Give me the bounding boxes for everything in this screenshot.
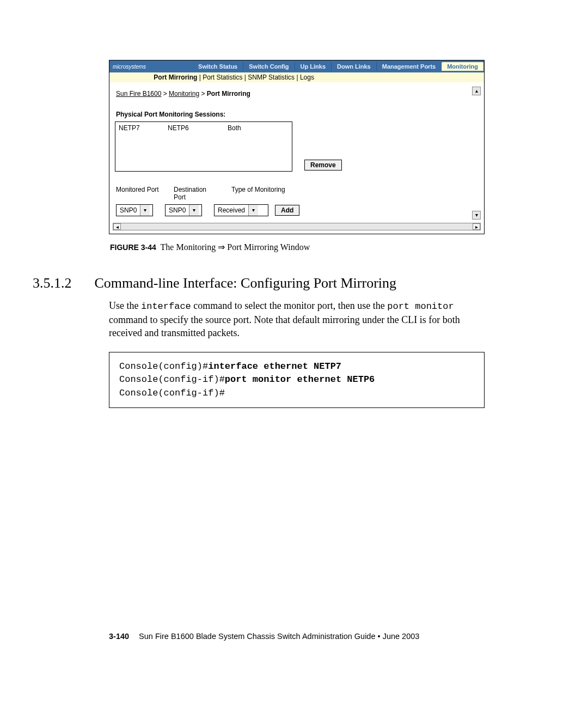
monitored-port-value: SNP0 <box>117 205 140 215</box>
cli-line2-cmd: port monitor ethernet NETP6 <box>225 374 375 385</box>
section-title: Command-line Interface: Configuring Port… <box>95 275 397 291</box>
monitored-port-select[interactable]: SNP0 ▾ <box>116 204 153 216</box>
para-frag: Use the <box>109 300 141 311</box>
tab-switch-config[interactable]: Switch Config <box>243 62 295 71</box>
tab-monitoring[interactable]: Monitoring <box>442 62 484 71</box>
primary-tabs: Switch Status Switch Config Up Links Dow… <box>193 62 484 71</box>
caption-text-b: Port Mirroring Window <box>225 242 310 252</box>
horizontal-scrollbar[interactable]: ◂ ▸ <box>113 223 481 230</box>
type-of-monitoring-value: Received <box>215 205 248 215</box>
figure-number: FIGURE 3-44 <box>110 243 156 252</box>
chevron-down-icon[interactable]: ▾ <box>140 205 150 216</box>
cli-line1-cmd: interface ethernet NETP7 <box>208 361 341 372</box>
page-number: 3-140 <box>109 632 129 641</box>
tab-switch-status[interactable]: Switch Status <box>193 62 243 71</box>
add-button[interactable]: Add <box>275 205 299 216</box>
subtab-active[interactable]: Port Mirroring <box>154 74 197 81</box>
sessions-listbox[interactable]: NETP7 NETP6 Both <box>115 121 292 172</box>
remove-button[interactable]: Remove <box>304 160 342 171</box>
session-col-destination: NETP6 <box>168 124 228 132</box>
top-banner: microsystems Switch Status Switch Config… <box>109 60 484 72</box>
scroll-left-icon[interactable]: ◂ <box>113 223 121 230</box>
scroll-down-icon[interactable]: ▾ <box>472 211 481 220</box>
para-frag: command to specify the source port. Note… <box>109 314 460 338</box>
port-mirroring-window: microsystems Switch Status Switch Config… <box>109 60 485 234</box>
cli-line1-prompt: Console(config)# <box>119 361 208 372</box>
sun-logo-text: microsystems <box>109 64 149 70</box>
caption-text-a: The Monitoring <box>161 242 218 252</box>
crumb-leaf: Port Mirroring <box>207 90 250 98</box>
cli-line3-prompt: Console(config-if)# <box>119 388 225 398</box>
page-footer: 3-140 Sun Fire B1600 Blade System Chassi… <box>109 632 419 641</box>
tab-down-links[interactable]: Down Links <box>332 62 377 71</box>
label-monitored-port: Monitored Port <box>116 186 162 201</box>
section-number: 3.5.1.2 <box>33 275 72 291</box>
sessions-heading: Physical Port Monitoring Sessions: <box>116 111 480 118</box>
subtab-logs[interactable]: Logs <box>300 74 314 81</box>
footer-text: Sun Fire B1600 Blade System Chassis Swit… <box>139 632 419 641</box>
destination-port-value: SNP0 <box>166 205 189 215</box>
session-row[interactable]: NETP7 NETP6 Both <box>119 124 289 132</box>
destination-port-select[interactable]: SNP0 ▾ <box>165 204 202 216</box>
cli-example: Console(config)#interface ethernet NETP7… <box>109 352 485 409</box>
session-col-monitored: NETP7 <box>119 124 168 132</box>
subtab-port-statistics[interactable]: Port Statistics <box>203 74 242 81</box>
tab-management-ports[interactable]: Management Ports <box>377 62 442 71</box>
session-col-type: Both <box>228 124 289 132</box>
para-frag: command to select the monitor port, then… <box>191 300 387 311</box>
content-area: ▴ Sun Fire B1600 > Monitoring > Port Mir… <box>109 82 484 234</box>
scroll-up-icon[interactable]: ▴ <box>472 87 481 95</box>
sub-tabs: Port Mirroring | Port Statistics | SNMP … <box>109 72 484 82</box>
scroll-right-icon[interactable]: ▸ <box>473 223 480 230</box>
crumb-root[interactable]: Sun Fire B1600 <box>116 90 161 98</box>
label-destination-port: Destination Port <box>174 186 219 201</box>
crumb-monitoring[interactable]: Monitoring <box>169 90 199 98</box>
inline-code-port-monitor: port monitor <box>387 301 454 312</box>
column-labels: Monitored Port Destination Port Type of … <box>116 186 480 201</box>
figure-caption: FIGURE 3-44 The Monitoring ⇒ Port Mirror… <box>110 242 485 252</box>
caption-arrow: ⇒ <box>218 242 225 252</box>
type-of-monitoring-select[interactable]: Received ▾ <box>214 204 268 216</box>
label-type-of-monitoring: Type of Monitoring <box>231 186 480 201</box>
body-paragraph: Use the interface command to select the … <box>109 299 485 340</box>
tab-up-links[interactable]: Up Links <box>295 62 332 71</box>
inline-code-interface: interface <box>141 301 191 312</box>
cli-line2-prompt: Console(config-if)# <box>119 374 225 385</box>
subtab-snmp-statistics[interactable]: SNMP Statistics <box>248 74 295 81</box>
breadcrumb: Sun Fire B1600 > Monitoring > Port Mirro… <box>116 90 480 98</box>
chevron-down-icon[interactable]: ▾ <box>189 205 199 216</box>
chevron-down-icon[interactable]: ▾ <box>248 205 258 216</box>
